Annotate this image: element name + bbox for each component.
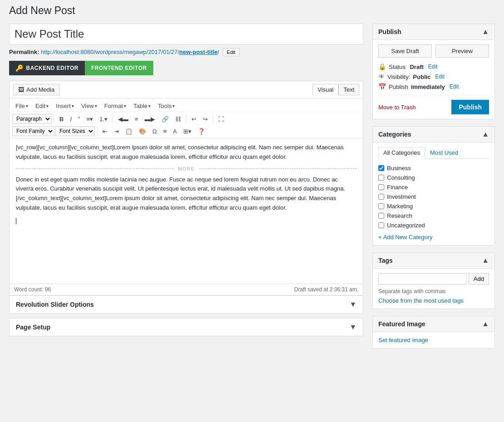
revolution-slider-label: Revolution Slider Options [16, 301, 94, 308]
tags-hint: Separate tags with commas [378, 288, 489, 294]
publish-time-value: immediately [411, 83, 445, 90]
status-edit-link[interactable]: Edit [428, 64, 438, 70]
outdent-button[interactable]: ⇤ [100, 127, 110, 136]
move-to-trash-link[interactable]: Move to Trash [378, 104, 416, 111]
menu-bar: File▾ Edit▾ Insert▾ View▾ Format▾ Table▾… [12, 100, 360, 112]
permalink-edit-button[interactable]: Edit [223, 48, 240, 56]
undo-button[interactable]: ↩ [189, 114, 199, 124]
content-paragraph2: Donec in est eget quam mollis molestie l… [16, 175, 357, 213]
format-menu[interactable]: Format▾ [101, 101, 129, 111]
most-used-tab[interactable]: Most Used [425, 147, 463, 158]
font-family-select[interactable]: Font Family [12, 126, 54, 136]
font-sizes-select[interactable]: Font Sizes [55, 126, 95, 136]
tags-box-toggle[interactable]: ▲ [482, 256, 489, 265]
fullscreen-button[interactable]: ⛶ [215, 114, 227, 124]
add-new-category-link[interactable]: + Add New Category [378, 234, 433, 240]
bold-button[interactable]: B [57, 114, 66, 124]
publish-time-edit-link[interactable]: Edit [450, 83, 459, 90]
content-area: Permalink: http://localhost:8080/wordpre… [9, 24, 363, 341]
categories-box-header: Categories ▲ [373, 127, 494, 142]
category-label-research: Research [387, 212, 412, 219]
edit-menu[interactable]: Edit▾ [32, 101, 52, 111]
featured-image-box-toggle[interactable]: ▲ [482, 320, 489, 328]
category-checkbox-marketing[interactable] [378, 203, 384, 209]
category-checkbox-uncategorized[interactable] [378, 222, 384, 228]
add-media-button[interactable]: 🖼 Add Media [13, 84, 59, 95]
preview-button[interactable]: Preview [435, 44, 489, 58]
tags-box-header: Tags ▲ [373, 253, 494, 269]
publish-box-toggle[interactable]: ▲ [482, 28, 489, 36]
align-center-button[interactable]: ≡ [132, 114, 141, 124]
list-item: Uncategorized [378, 221, 489, 230]
align-left-button[interactable]: ◀▬ [115, 114, 131, 124]
status-label: Status: [389, 64, 407, 70]
category-checkbox-finance[interactable] [378, 184, 384, 190]
page-setup-header[interactable]: Page Setup ▼ [10, 319, 363, 336]
paste-text-button[interactable]: 📋 [122, 127, 135, 136]
text-color-picker[interactable]: A [170, 127, 180, 136]
tags-box: Tags ▲ Add Separate tags with commas Cho… [372, 252, 495, 309]
permalink-label: Permalink: [9, 49, 39, 55]
blockquote-button[interactable]: " [75, 114, 83, 124]
backend-editor-button[interactable]: 🔑 BACKEND EDITOR [9, 61, 85, 75]
add-tag-button[interactable]: Add [469, 273, 489, 285]
visibility-value: Public [413, 74, 431, 80]
ordered-list-button[interactable]: 1.▾ [97, 114, 110, 124]
category-label-investment: Investment [387, 193, 416, 200]
publish-button[interactable]: Publish [451, 100, 489, 114]
publish-time-label: Publish [389, 83, 408, 90]
indent-button[interactable]: ⇥ [111, 127, 122, 136]
text-tab[interactable]: Text [338, 84, 359, 95]
forecolor-button[interactable]: 🎨 [136, 127, 149, 136]
publish-box: Publish ▲ Save Draft Preview 🔒 Status: D… [372, 24, 495, 119]
frontend-editor-button[interactable]: FRONTEND EDITOR [85, 61, 153, 75]
insert-menu[interactable]: Insert▾ [53, 101, 77, 111]
table-insert-button[interactable]: ⊞▾ [181, 127, 194, 136]
align-right-button[interactable]: ▬▶ [142, 114, 158, 124]
categories-box-toggle[interactable]: ▲ [482, 130, 489, 138]
visibility-label: Visibility: [387, 74, 410, 80]
status-value: Draft [410, 64, 423, 70]
tools-menu[interactable]: Tools▾ [155, 101, 178, 111]
revolution-slider-toggle[interactable]: ▼ [349, 300, 357, 309]
visual-tab[interactable]: Visual [313, 84, 338, 95]
tags-box-content: Add Separate tags with commas Choose fro… [373, 269, 494, 309]
all-categories-tab[interactable]: All Categories [378, 147, 425, 159]
table-menu[interactable]: Table▾ [130, 101, 154, 111]
word-count-label: Word count: 96 [14, 286, 51, 293]
page-setup-label: Page Setup [16, 324, 50, 331]
category-checkbox-business[interactable] [378, 165, 384, 171]
italic-button[interactable]: I [67, 114, 74, 124]
unordered-list-button[interactable]: ≡▾ [84, 114, 96, 124]
visibility-edit-link[interactable]: Edit [435, 74, 445, 80]
link-button[interactable]: 🔗 [159, 114, 171, 124]
paragraph-select[interactable]: Paragraph [12, 114, 52, 124]
unlink-button[interactable]: ⛓ [172, 114, 184, 124]
page-setup-toggle[interactable]: ▼ [349, 323, 357, 331]
publish-box-header: Publish ▲ [373, 24, 494, 40]
editor-content[interactable]: [vc_row][vc_column][vc_column_text]Lorem… [10, 138, 363, 284]
publish-box-title: Publish [378, 28, 401, 35]
revolution-slider-header[interactable]: Revolution Slider Options ▼ [10, 296, 363, 313]
set-featured-image-link[interactable]: Set featured image [378, 337, 428, 343]
save-draft-button[interactable]: Save Draft [378, 44, 432, 58]
choose-tags-link[interactable]: Choose from the most used tags [378, 297, 464, 304]
help-button[interactable]: ❓ [195, 127, 208, 136]
list-item: Finance [378, 182, 489, 192]
view-menu[interactable]: View▾ [78, 101, 100, 111]
category-checkbox-consulting[interactable] [378, 175, 384, 181]
special-char-button[interactable]: Ω [150, 127, 160, 136]
tags-box-title: Tags [378, 257, 393, 264]
publish-footer: Move to Trash Publish [378, 95, 489, 114]
categories-box-content: All Categories Most Used Business Consul… [373, 142, 494, 245]
permalink-link[interactable]: http://localhost:8080/wordpress/megawp/2… [41, 49, 221, 55]
file-menu[interactable]: File▾ [12, 101, 31, 111]
category-checkbox-investment[interactable] [378, 194, 384, 200]
visibility-icon: 👁 [378, 73, 385, 80]
page-setup-box: Page Setup ▼ [9, 318, 363, 336]
post-title-input[interactable] [9, 24, 363, 44]
category-checkbox-research[interactable] [378, 213, 384, 219]
tags-input[interactable] [378, 273, 466, 285]
redo-button[interactable]: ↪ [200, 114, 210, 124]
horizontal-rule-button[interactable]: ≡ [161, 127, 170, 136]
